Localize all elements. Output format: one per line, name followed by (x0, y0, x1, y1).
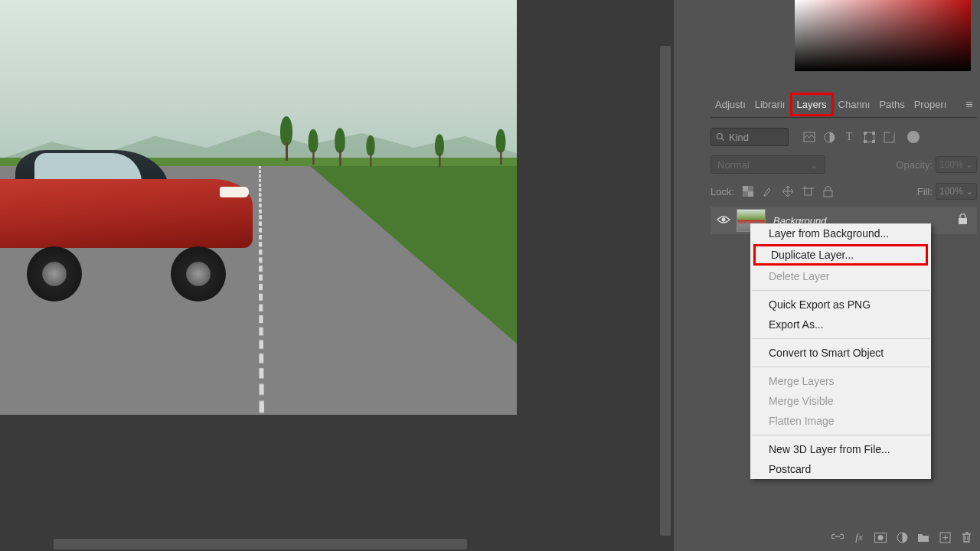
tab-paths[interactable]: Paths (874, 93, 909, 116)
svg-rect-21 (959, 218, 967, 224)
svg-point-0 (717, 134, 723, 139)
svg-line-1 (722, 139, 724, 141)
layer-mask-icon[interactable] (874, 531, 887, 543)
vertical-scrollbar[interactable] (660, 0, 671, 537)
layers-panel-footer: fx (831, 528, 972, 546)
svg-rect-15 (805, 188, 812, 195)
panel-menu-icon[interactable]: ≡ (962, 98, 977, 112)
svg-rect-19 (824, 191, 832, 197)
panel-dock-strip (674, 0, 703, 551)
lock-label: Lock: (710, 186, 734, 197)
search-icon (716, 132, 725, 142)
svg-point-20 (722, 217, 726, 221)
layer-filter-row: Kind T (710, 125, 977, 149)
tab-libraries[interactable]: Librariı (750, 93, 790, 116)
color-field[interactable] (795, 0, 971, 71)
menu-postcard[interactable]: Postcard (750, 459, 931, 479)
lock-position-icon[interactable] (782, 185, 794, 197)
svg-rect-6 (872, 132, 875, 135)
new-layer-icon[interactable] (939, 531, 951, 543)
svg-rect-8 (872, 140, 875, 143)
blend-mode-row: Normal ⌄ Opacity: 100%⌄ (710, 153, 977, 176)
fill-label: Fill: (917, 186, 933, 197)
filter-smartobject-icon[interactable] (883, 131, 895, 143)
canvas-area (0, 0, 674, 551)
menu-flatten-image: Flatten Image (750, 411, 931, 431)
tab-properties[interactable]: Properı (910, 93, 952, 116)
blend-mode-select[interactable]: Normal ⌄ (710, 155, 825, 174)
svg-rect-11 (743, 186, 748, 191)
menu-convert-smart-object[interactable]: Convert to Smart Object (750, 343, 931, 363)
document-canvas[interactable] (0, 0, 517, 415)
menu-new-3d-layer[interactable]: New 3D Layer from File... (750, 439, 931, 459)
tab-layers[interactable]: Layers (790, 93, 834, 116)
opacity-input[interactable]: 100%⌄ (936, 156, 977, 173)
tab-adjustments[interactable]: Adjustı (710, 93, 750, 116)
filter-kind-select[interactable]: Kind (710, 128, 789, 146)
menu-merge-visible: Merge Visible (750, 391, 931, 411)
menu-separator (752, 338, 929, 339)
panel-tab-bar: Adjustı Librariı Layers Channı Paths Pro… (710, 92, 977, 118)
adjustment-layer-icon[interactable] (896, 531, 908, 543)
eye-icon (717, 215, 730, 224)
chevron-down-icon: ⌄ (810, 159, 818, 171)
svg-rect-12 (748, 191, 753, 197)
menu-export-as[interactable]: Export As... (750, 315, 931, 334)
lock-pixels-icon[interactable] (762, 185, 774, 197)
menu-separator (752, 367, 929, 367)
filter-kind-label: Kind (729, 132, 749, 143)
svg-rect-7 (864, 140, 867, 143)
fill-input[interactable]: 100%⌄ (936, 183, 977, 200)
horizontal-scrollbar[interactable] (54, 539, 605, 549)
menu-quick-export-png[interactable]: Quick Export as PNG (750, 295, 931, 315)
svg-point-23 (878, 535, 884, 540)
group-icon[interactable] (917, 531, 929, 543)
menu-layer-from-background[interactable]: Layer from Background... (750, 223, 931, 243)
delete-layer-icon[interactable] (960, 531, 972, 543)
blend-mode-value: Normal (717, 159, 750, 171)
color-picker-panel (750, 0, 972, 74)
lock-transparency-icon[interactable] (742, 185, 754, 197)
visibility-toggle[interactable] (710, 215, 737, 227)
lock-icon[interactable] (958, 214, 968, 227)
opacity-label: Opacity: (896, 159, 933, 171)
svg-rect-14 (743, 191, 748, 197)
menu-separator (752, 290, 929, 291)
menu-duplicate-layer[interactable]: Duplicate Layer... (756, 246, 926, 263)
filter-toggle-icon[interactable] (907, 131, 920, 143)
svg-rect-5 (864, 132, 867, 135)
layer-style-icon[interactable]: fx (853, 531, 865, 543)
svg-rect-13 (748, 186, 753, 191)
link-layers-icon[interactable] (831, 531, 844, 543)
filter-type-icon[interactable]: T (843, 131, 855, 143)
filter-pixel-icon[interactable] (803, 131, 815, 143)
lock-all-icon[interactable] (822, 185, 834, 197)
filter-shape-icon[interactable] (863, 131, 875, 143)
filter-adjustment-icon[interactable] (823, 131, 835, 143)
lock-row: Lock: Fill: 100%⌄ (710, 181, 977, 202)
layer-context-menu: Layer from Background... Duplicate Layer… (750, 223, 931, 479)
menu-separator (752, 435, 929, 435)
lock-artboard-icon[interactable] (802, 185, 814, 197)
menu-merge-layers: Merge Layers (750, 371, 931, 391)
tab-channels[interactable]: Channı (834, 93, 875, 116)
menu-delete-layer: Delete Layer (750, 266, 931, 286)
svg-rect-10 (890, 132, 894, 135)
